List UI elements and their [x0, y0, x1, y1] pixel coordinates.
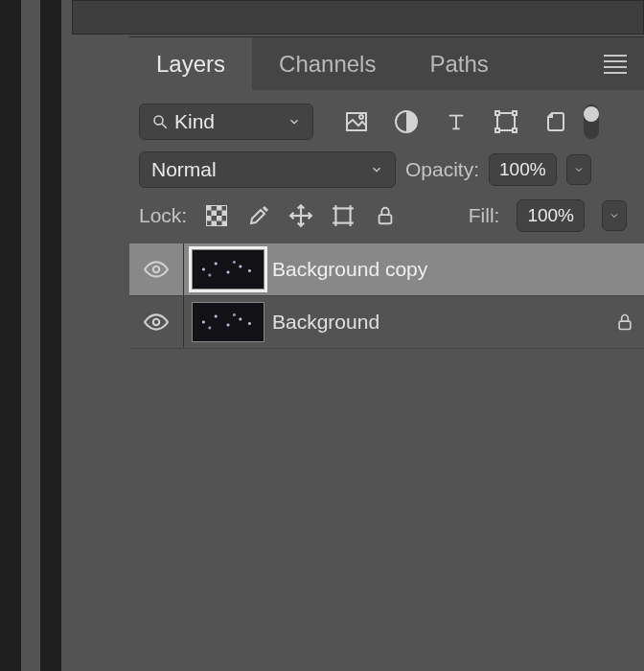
layer-item[interactable]: Background: [129, 296, 644, 349]
svg-rect-24: [336, 208, 351, 222]
svg-rect-19: [217, 216, 222, 221]
fill-input[interactable]: 100%: [517, 199, 585, 232]
layer-name[interactable]: Background copy: [272, 258, 644, 281]
search-icon: [151, 113, 169, 130]
visibility-toggle-eye-icon[interactable]: [129, 313, 183, 331]
opacity-label[interactable]: Opacity:: [405, 158, 479, 181]
shape-layer-filter-icon[interactable]: [494, 109, 518, 134]
lock-icon: [606, 312, 644, 332]
lock-all-icon[interactable]: [373, 203, 398, 228]
filter-toggle[interactable]: [584, 104, 599, 139]
svg-point-0: [154, 116, 163, 125]
svg-point-3: [359, 115, 363, 119]
opacity-dropdown-button[interactable]: [566, 154, 591, 185]
chevron-down-icon: [370, 163, 383, 176]
visibility-toggle-eye-icon[interactable]: [129, 261, 183, 278]
svg-rect-18: [206, 216, 212, 221]
layer-item[interactable]: Background copy: [129, 243, 644, 296]
svg-rect-14: [206, 205, 212, 211]
tab-paths[interactable]: Paths: [402, 37, 515, 90]
pixel-layer-filter-icon[interactable]: [344, 109, 369, 134]
layer-name[interactable]: Background: [272, 311, 606, 334]
svg-rect-9: [495, 111, 499, 115]
svg-rect-17: [222, 211, 228, 217]
fill-label[interactable]: Fill:: [469, 204, 500, 227]
lock-transparency-icon[interactable]: [204, 203, 229, 228]
svg-point-35: [153, 319, 160, 326]
type-layer-filter-icon[interactable]: [444, 109, 469, 134]
svg-rect-20: [212, 221, 218, 227]
svg-rect-12: [513, 128, 517, 132]
layer-thumbnail[interactable]: [192, 302, 264, 342]
svg-rect-10: [513, 111, 517, 115]
adjustment-layer-filter-icon[interactable]: [394, 109, 419, 134]
tab-layers[interactable]: Layers: [129, 37, 252, 90]
blend-mode-dropdown[interactable]: Normal: [139, 151, 396, 188]
svg-rect-21: [222, 221, 228, 227]
fill-dropdown-button[interactable]: [602, 200, 627, 231]
svg-rect-11: [495, 128, 499, 132]
filter-label: Kind: [174, 110, 282, 133]
blend-mode-label: Normal: [151, 158, 370, 181]
layer-thumbnail[interactable]: [192, 249, 264, 289]
svg-rect-16: [212, 211, 218, 217]
layers-list: Background copy Background: [129, 243, 644, 349]
lock-pixels-brush-icon[interactable]: [246, 203, 271, 228]
lock-label: Lock:: [139, 204, 187, 227]
panel-tabs: Layers Channels Paths: [129, 36, 644, 90]
filter-type-dropdown[interactable]: Kind: [139, 104, 313, 140]
lock-artboard-icon[interactable]: [331, 203, 356, 228]
panel-menu-button[interactable]: [604, 55, 627, 74]
smart-object-filter-icon[interactable]: [543, 109, 568, 134]
svg-rect-36: [619, 321, 631, 329]
svg-rect-15: [217, 205, 222, 211]
lock-position-move-icon[interactable]: [288, 203, 313, 228]
tab-channels[interactable]: Channels: [252, 37, 402, 90]
layers-panel: Layers Channels Paths Kind: [129, 36, 644, 359]
svg-rect-33: [380, 215, 392, 223]
svg-point-34: [153, 266, 160, 273]
svg-line-1: [162, 124, 167, 128]
opacity-input[interactable]: 100%: [489, 153, 557, 186]
chevron-down-icon: [288, 115, 301, 128]
